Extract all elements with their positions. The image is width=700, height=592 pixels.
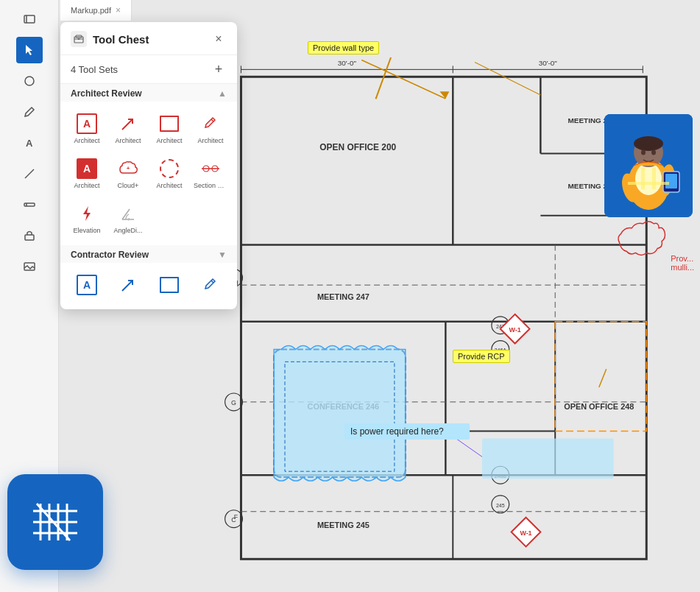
svg-point-98 [641,150,646,155]
cloud-plus-icon: + [117,158,139,179]
tab-label: Markup.pdf [71,6,111,15]
contractor-tools-grid: A [60,263,237,309]
worker-figure-svg [604,114,693,217]
chest-icon [71,31,87,47]
section-architect-review[interactable]: Architect Review ▲ [60,84,237,102]
contractor-arrow-icon [119,276,137,294]
toolbar-icon-pen[interactable] [16,99,43,125]
svg-line-14 [211,119,213,121]
contractor-text-icon: A [77,275,97,295]
tab-markup-pdf[interactable]: Markup.pdf × [60,0,132,21]
tool-elevation[interactable]: Elevation [68,197,106,239]
tool-architect-filled-text[interactable]: A Architect [68,152,106,194]
tool-label-2: Architect [115,138,141,145]
svg-text:W-1: W-1 [509,326,521,334]
svg-rect-12 [78,38,80,40]
tool-label-1: Architect [74,138,99,145]
svg-rect-102 [652,167,656,189]
architect-text-icon: A [77,113,97,134]
tool-label-10: AngleDi... [113,228,142,235]
svg-text:W-1: W-1 [520,529,531,537]
tab-close-icon[interactable]: × [116,5,121,15]
tool-contractor-text[interactable]: A [68,269,106,303]
panel-title: Tool Chest [93,33,149,46]
contractor-pen-icon [202,277,219,293]
svg-text:30'-0": 30'-0" [539,59,558,67]
elevation-icon [77,203,97,224]
tool-contractor-arrow[interactable] [109,269,147,303]
architect-filled-text-icon: A [77,158,97,179]
svg-line-13 [122,119,132,130]
contractor-review-title: Contractor Review [71,250,149,260]
svg-rect-31 [241,77,646,559]
svg-line-22 [122,281,132,291]
contractor-review-toggle[interactable]: ▼ [218,250,227,260]
svg-text:OPEN OFFICE 248: OPEN OFFICE 248 [564,402,634,411]
tool-cloud-plus[interactable]: + Cloud+ [109,152,147,194]
svg-rect-100 [628,182,669,185]
tool-contractor-pen[interactable] [191,269,230,303]
svg-text:OPEN OFFICE  200: OPEN OFFICE 200 [319,142,396,152]
svg-text:245: 245 [496,503,505,508]
toolbar-icon-select[interactable] [16,37,43,63]
blueprint-svg: 30'-0" 30'-0" 201 202 B [162,7,700,585]
tool-sets-label: 4 Tool Sets [71,64,118,75]
section-contractor-review[interactable]: Contractor Review ▼ [60,245,237,263]
architect-review-toggle[interactable]: ▲ [218,88,227,99]
architect-arrow-icon [118,113,138,134]
toolbar-icon-line[interactable] [16,161,43,187]
tool-architect-circle[interactable]: Architect [150,152,188,194]
svg-point-95 [635,163,662,195]
tool-label-9: Elevation [73,228,100,235]
tool-sets-row: 4 Tool Sets + [60,55,237,84]
svg-rect-83 [482,439,614,479]
app-icon-svg [22,489,88,555]
toolbar-icon-text[interactable]: A [16,130,43,156]
tool-architect-text[interactable]: A Architect [68,108,106,149]
annotation-wall-type: Provide wall type [308,41,379,54]
svg-rect-7 [25,235,34,240]
svg-line-23 [211,281,213,283]
architect-tools-grid: A Architect Architect Architect [60,102,237,245]
add-tool-set-button[interactable]: + [211,61,227,77]
svg-text:G: G [231,399,236,406]
svg-text:30'-0": 30'-0" [338,59,357,67]
svg-rect-0 [24,15,35,23]
drawing-area: 30'-0" 30'-0" 201 202 B [162,7,700,585]
tool-label-8: Section D... [194,183,227,190]
panel-header: Tool Chest × [60,22,237,55]
worker-photo [604,114,693,217]
annotation-rcp: Provide RCP [453,350,510,363]
tool-angle-dim[interactable]: 7 AngleDi... [109,197,147,239]
tool-section-d[interactable]: Section D... [191,152,230,194]
toolbar-icon-measure[interactable] [16,191,43,218]
toolbar-icon-circle[interactable] [16,68,43,94]
tool-contractor-rect[interactable] [150,269,188,303]
svg-line-87 [599,369,607,387]
architect-review-title: Architect Review [71,88,142,99]
toolbar-icon-image[interactable] [16,253,43,280]
svg-text:+: + [127,165,130,172]
svg-text:MEETING 247: MEETING 247 [317,292,370,301]
circle-dashed-icon [160,159,179,178]
svg-line-4 [25,169,34,178]
tool-label-3: Architect [156,138,182,145]
panel-body: Architect Review ▲ A Architect Architect [60,84,237,309]
angle-dim-icon: 7 [118,203,138,224]
toolbar-icon-home[interactable] [16,6,43,32]
tool-architect-pen[interactable]: Architect [191,108,230,149]
svg-line-84 [361,60,445,99]
svg-rect-94 [665,174,677,188]
annotation-power: Is power required here? [344,423,470,440]
svg-point-97 [634,136,663,151]
tool-label-7: Architect [156,183,182,190]
svg-rect-5 [24,203,35,206]
architect-rect-icon [160,116,179,132]
section-d-icon [200,161,221,177]
svg-line-86 [475,62,540,95]
toolbar-icon-stamp[interactable] [16,222,43,249]
tool-architect-arrow[interactable]: Architect [109,108,147,149]
panel-close-button[interactable]: × [211,31,227,47]
tab-bar: Markup.pdf × [60,0,132,21]
tool-architect-rect[interactable]: Architect [150,108,188,149]
